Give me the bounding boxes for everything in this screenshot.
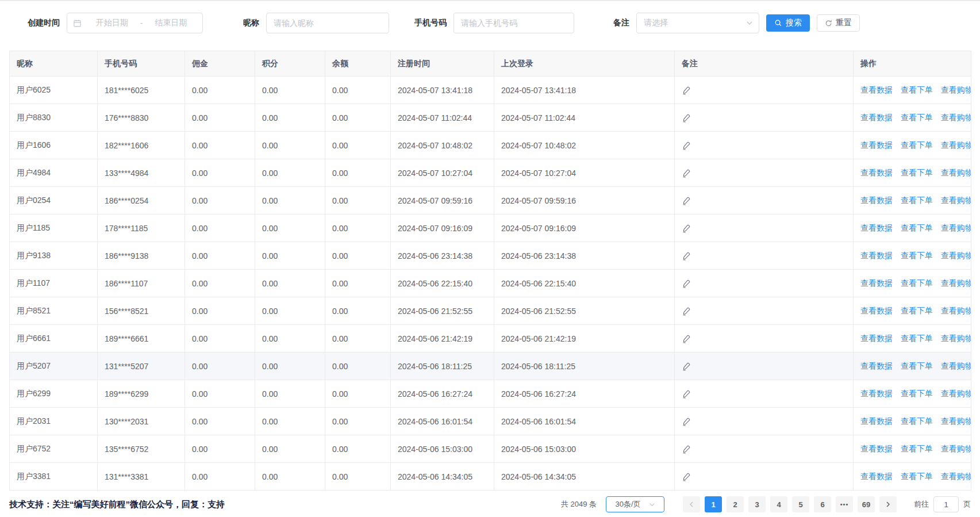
search-button-label: 搜索 — [786, 18, 802, 28]
view-orders-link[interactable]: 查看下单 — [901, 85, 933, 94]
view-cart-link[interactable]: 查看购物车 — [941, 278, 971, 288]
view-cart-link[interactable]: 查看购物车 — [941, 361, 971, 370]
view-data-link[interactable]: 查看数据 — [860, 196, 893, 205]
pencil-icon[interactable] — [682, 86, 691, 95]
page-button-1[interactable]: 1 — [705, 496, 722, 512]
cell-phone: 178****1185 — [98, 215, 185, 242]
view-data-link[interactable]: 查看数据 — [860, 140, 893, 150]
view-data-link[interactable]: 查看数据 — [860, 389, 893, 398]
view-orders-link[interactable]: 查看下单 — [901, 168, 933, 177]
view-data-link[interactable]: 查看数据 — [860, 168, 893, 177]
pencil-icon[interactable] — [682, 307, 691, 316]
view-cart-link[interactable]: 查看购物车 — [941, 140, 971, 150]
view-orders-link[interactable]: 查看下单 — [901, 444, 933, 453]
view-orders-link[interactable]: 查看下单 — [901, 251, 933, 260]
page-size-select[interactable]: 30条/页 — [606, 496, 664, 512]
view-cart-link[interactable]: 查看购物车 — [941, 416, 971, 426]
pencil-icon[interactable] — [682, 279, 691, 288]
view-data-link[interactable]: 查看数据 — [860, 113, 893, 122]
cell-balance: 0.00 — [325, 242, 391, 270]
col-header-actions: 操作 — [854, 51, 971, 76]
pencil-icon[interactable] — [682, 472, 691, 481]
view-data-link[interactable]: 查看数据 — [860, 334, 893, 343]
col-header-last-login: 上次登录 — [494, 51, 675, 76]
view-data-link[interactable]: 查看数据 — [860, 251, 893, 260]
cell-remark — [675, 132, 854, 159]
pencil-icon[interactable] — [682, 113, 691, 122]
view-orders-link[interactable]: 查看下单 — [901, 278, 933, 288]
view-data-link[interactable]: 查看数据 — [860, 85, 893, 94]
view-orders-link[interactable]: 查看下单 — [901, 113, 933, 122]
cell-points: 0.00 — [255, 325, 325, 353]
view-orders-link[interactable]: 查看下单 — [901, 334, 933, 343]
view-orders-link[interactable]: 查看下单 — [901, 196, 933, 205]
more-pages-button[interactable]: ••• — [836, 496, 853, 512]
view-data-link[interactable]: 查看数据 — [860, 416, 893, 426]
cell-nickname: 用户8521 — [10, 297, 98, 325]
cell-last-login: 2024-05-06 14:34:05 — [494, 463, 675, 491]
table-row: 用户1107 186****1107 0.00 0.00 0.00 2024-0… — [10, 270, 971, 297]
view-cart-link[interactable]: 查看购物车 — [941, 113, 971, 122]
page-button-last[interactable]: 69 — [858, 496, 875, 512]
view-orders-link[interactable]: 查看下单 — [901, 416, 933, 426]
view-orders-link[interactable]: 查看下单 — [901, 306, 933, 315]
pencil-icon[interactable] — [682, 224, 691, 233]
cell-last-login: 2024-05-07 11:02:44 — [494, 104, 675, 132]
cell-actions: 查看数据 查看下单 查看购物车 — [854, 408, 971, 435]
chevron-left-icon[interactable] — [683, 496, 700, 512]
view-orders-link[interactable]: 查看下单 — [901, 140, 933, 150]
page-button-6[interactable]: 6 — [814, 496, 831, 512]
pencil-icon[interactable] — [682, 251, 691, 261]
pencil-icon[interactable] — [682, 362, 691, 371]
table-row: 用户0254 186****0254 0.00 0.00 0.00 2024-0… — [10, 187, 971, 215]
table-row: 用户8830 176****8830 0.00 0.00 0.00 2024-0… — [10, 104, 971, 132]
pencil-icon[interactable] — [682, 445, 691, 454]
page-button-3[interactable]: 3 — [748, 496, 766, 512]
view-orders-link[interactable]: 查看下单 — [901, 223, 933, 232]
page-button-5[interactable]: 5 — [792, 496, 809, 512]
phone-input[interactable] — [454, 13, 574, 33]
pencil-icon[interactable] — [682, 196, 691, 205]
search-button[interactable]: 搜索 — [766, 14, 810, 32]
page-button-4[interactable]: 4 — [770, 496, 787, 512]
view-data-link[interactable]: 查看数据 — [860, 444, 893, 453]
view-cart-link[interactable]: 查看购物车 — [941, 444, 971, 453]
view-cart-link[interactable]: 查看购物车 — [941, 85, 971, 94]
view-data-link[interactable]: 查看数据 — [860, 361, 893, 370]
remark-select[interactable]: 请选择 — [636, 13, 759, 33]
cell-remark — [675, 76, 854, 104]
view-cart-link[interactable]: 查看购物车 — [941, 223, 971, 232]
view-cart-link[interactable]: 查看购物车 — [941, 472, 971, 481]
view-cart-link[interactable]: 查看购物车 — [941, 196, 971, 205]
pencil-icon[interactable] — [682, 141, 691, 150]
view-orders-link[interactable]: 查看下单 — [901, 389, 933, 398]
view-orders-link[interactable]: 查看下单 — [901, 361, 933, 370]
view-cart-link[interactable]: 查看购物车 — [941, 251, 971, 260]
chevron-right-icon[interactable] — [879, 496, 897, 512]
pencil-icon[interactable] — [682, 168, 691, 178]
nickname-input[interactable] — [266, 13, 389, 33]
pencil-icon[interactable] — [682, 417, 691, 426]
pencil-icon[interactable] — [682, 334, 691, 343]
view-data-link[interactable]: 查看数据 — [860, 306, 893, 315]
view-data-link[interactable]: 查看数据 — [860, 278, 893, 288]
cell-commission: 0.00 — [185, 353, 255, 380]
view-cart-link[interactable]: 查看购物车 — [941, 168, 971, 177]
cell-phone: 131****3381 — [98, 463, 185, 491]
cell-phone: 182****1606 — [98, 132, 185, 159]
date-range-picker[interactable]: 开始日期 - 结束日期 — [67, 13, 203, 33]
total-count: 共 2049 条 — [561, 499, 597, 510]
reset-button[interactable]: 重置 — [817, 14, 860, 32]
view-cart-link[interactable]: 查看购物车 — [941, 389, 971, 398]
view-cart-link[interactable]: 查看购物车 — [941, 306, 971, 315]
view-data-link[interactable]: 查看数据 — [860, 223, 893, 232]
view-data-link[interactable]: 查看数据 — [860, 472, 893, 481]
view-orders-link[interactable]: 查看下单 — [901, 472, 933, 481]
view-cart-link[interactable]: 查看购物车 — [941, 334, 971, 343]
pencil-icon[interactable] — [682, 389, 691, 399]
goto-page-input[interactable] — [933, 496, 959, 512]
start-date-placeholder: 开始日期 — [86, 18, 138, 28]
page-button-2[interactable]: 2 — [727, 496, 744, 512]
cell-registered: 2024-05-06 22:15:40 — [391, 270, 494, 297]
cell-actions: 查看数据 查看下单 查看购物车 — [854, 76, 971, 104]
